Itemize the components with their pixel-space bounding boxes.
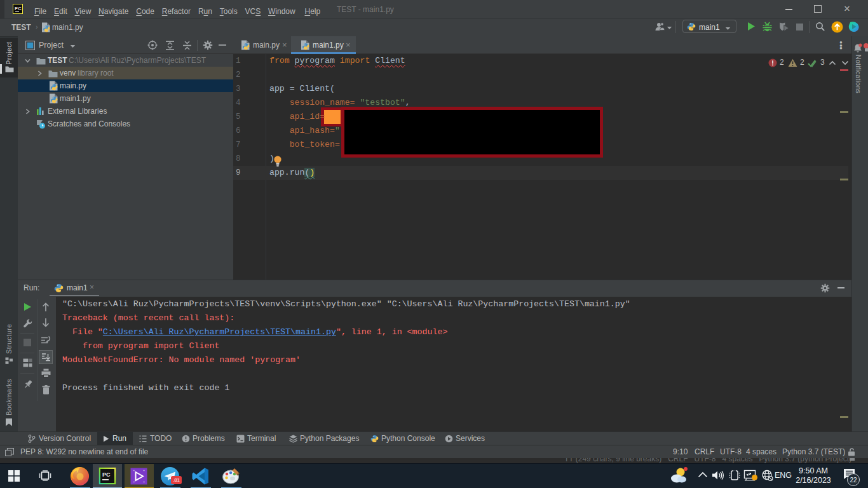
svg-text:PC: PC: [102, 471, 111, 478]
